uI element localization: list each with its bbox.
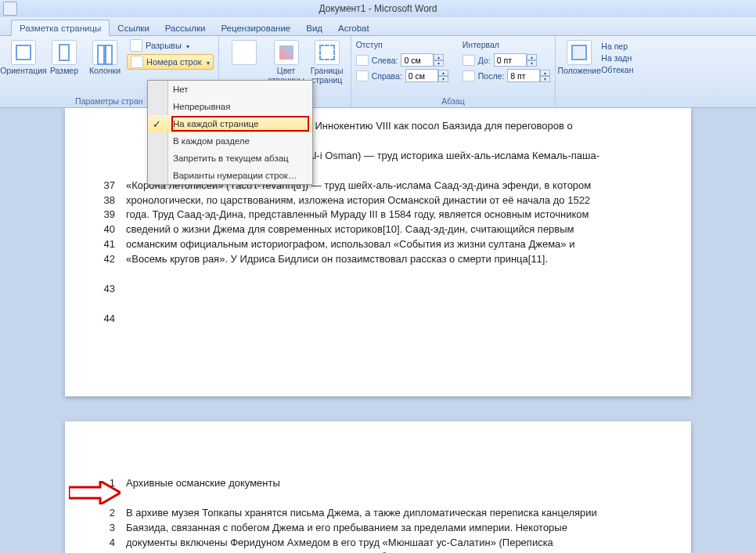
ribbon: Ориентация Размер Колонки Разрывы Номера… [0,36,756,108]
watermark-button[interactable] [224,38,265,84]
watermark-icon [232,40,257,65]
breaks-icon [130,39,142,52]
spacing-before-label: До: [478,56,491,65]
menu-item-each-section[interactable]: В каждом разделе [148,132,312,150]
send-backward-link[interactable]: На задн [601,53,633,63]
indent-left-icon [356,55,369,66]
indent-left-label: Слева: [372,56,398,65]
doc-line: 2В архиве музея Топкапы хранятся письма … [96,506,660,521]
menu-item-continuous[interactable]: Непрерывная [148,98,312,115]
page-borders-icon [315,40,340,65]
bring-forward-link[interactable]: На пер [601,42,633,51]
quick-access-toolbar [3,2,17,16]
doc-line: 40сведений о жизни Джема для современных… [96,222,660,237]
group-paragraph: Отступ Слева: ▴▾ Справа: ▴▾ Интервал До:… [351,36,556,107]
spin-up[interactable]: ▴ [527,54,537,60]
columns-button[interactable]: Колонки [86,38,124,76]
group-label-arrange [560,96,633,106]
indent-left-input[interactable] [401,53,434,67]
group-label-paragraph: Абзац [356,96,551,106]
title-bar: Документ1 - Microsoft Word [0,0,756,17]
tab-page-layout[interactable]: Разметка страницы [11,20,110,36]
breaks-button[interactable]: Разрывы [127,38,214,52]
group-arrange: Положение На пер На задн Обтекан [556,36,638,107]
breaks-label: Разрывы [146,41,182,50]
arrange-options: На пер На задн Обтекан [601,38,633,74]
svg-marker-0 [69,481,121,504]
menu-item-options[interactable]: Варианты нумерации строк… [148,167,312,184]
line-numbers-menu: Нет Непрерывная ✓На каждой странице В ка… [147,80,313,185]
text-wrap-link[interactable]: Обтекан [601,65,633,74]
indent-heading: Отступ [356,40,448,49]
page-2[interactable]: 1Архивные османские документы 2В архиве … [65,421,691,553]
document-area: к папе Иннокентию VIII как посол Баязида… [0,108,756,553]
doc-line: 5султанов). Эти документы пока до конца … [96,550,660,553]
tab-acrobat[interactable]: Acrobat [330,20,377,35]
doc-line: 3Баязида, связанная с побегом Джема и ег… [96,521,660,536]
window-title: Документ1 - Microsoft Word [319,3,437,14]
orientation-icon [11,40,36,65]
spacing-heading: Интервал [463,40,551,49]
doc-line: 38хронологически, по царствованиям, изло… [96,193,660,208]
spacing-after-input[interactable] [507,69,540,82]
doc-line: 41османским официальным историографом, и… [96,237,660,252]
spacing-before-input[interactable] [494,53,527,67]
line-numbers-label: Номера строк [146,57,202,67]
doc-line: 42«Восемь кругов рая». У Идриса Бидлиси … [96,252,660,267]
position-icon [567,40,592,65]
check-icon: ✓ [153,118,161,130]
orientation-label: Ориентация [0,67,47,76]
spacing-after-spinner[interactable]: ▴▾ [507,69,550,82]
spacing-before-spinner[interactable]: ▴▾ [494,53,537,67]
doc-line: 4документы включены Феридуном Ахмедом в … [96,536,660,551]
spin-up[interactable]: ▴ [434,54,444,60]
spin-down[interactable]: ▾ [434,60,444,67]
size-icon [52,40,77,65]
spin-down[interactable]: ▾ [527,60,537,67]
spacing-after-icon [463,70,475,81]
spin-up[interactable]: ▴ [540,70,550,76]
spacing-after-label: После: [478,71,505,81]
line-numbers-icon [131,56,143,68]
columns-label: Колонки [89,67,121,76]
spin-down[interactable]: ▾ [438,76,448,82]
doc-line: 44 [96,312,660,327]
tab-review[interactable]: Рецензирование [213,20,298,35]
annotation-arrow [69,481,121,504]
menu-item-suppress[interactable]: Запретить в текущем абзац [148,150,312,167]
page-borders-label: Границы страниц [308,67,346,85]
spin-up[interactable]: ▴ [438,70,448,76]
spin-down[interactable]: ▾ [540,76,550,82]
indent-right-input[interactable] [405,69,438,82]
indent-left-spinner[interactable]: ▴▾ [401,53,444,67]
page-color-icon [274,40,299,65]
menu-item-each-page[interactable]: ✓На каждой странице [148,115,312,132]
indent-right-icon [356,70,369,81]
line-numbers-button[interactable]: Номера строк [127,54,214,70]
chevron-down-icon [205,57,210,67]
tab-references[interactable]: Ссылки [110,20,157,35]
tab-mailings[interactable]: Рассылки [157,20,214,35]
ribbon-tabs: Разметка страницы Ссылки Рассылки Реценз… [0,17,756,36]
page-borders-button[interactable]: Границы страниц [308,38,346,85]
size-button[interactable]: Размер [45,38,83,76]
chevron-down-icon [185,41,189,50]
position-label: Положение [558,67,602,76]
doc-line: 43 [96,282,660,297]
orientation-button[interactable]: Ориентация [5,38,42,76]
menu-item-none[interactable]: Нет [148,81,312,98]
indent-right-spinner[interactable]: ▴▾ [405,69,448,82]
indent-right-label: Справа: [372,71,402,81]
office-button[interactable] [3,2,17,16]
tab-view[interactable]: Вид [298,20,330,35]
columns-icon [92,40,117,65]
position-button[interactable]: Положение [560,38,598,76]
doc-line: 39года. Труд Саад-эд-Дина, представленны… [96,208,660,222]
page-color-button[interactable]: Цвет страницы [268,38,305,85]
spacing-before-icon [463,55,475,66]
size-label: Размер [50,67,78,76]
doc-heading: 1Архивные османские документы [96,476,660,491]
